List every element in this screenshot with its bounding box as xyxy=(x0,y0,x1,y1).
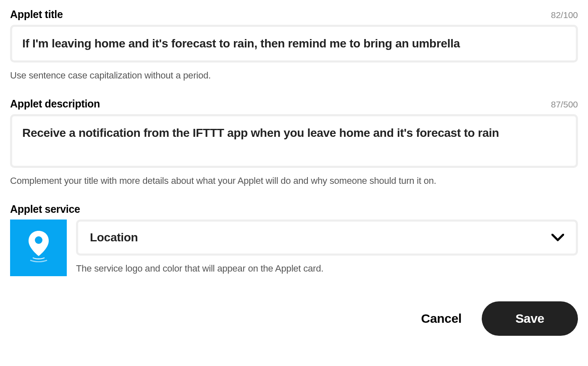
description-label: Applet description xyxy=(10,98,100,110)
title-hint: Use sentence case capitalization without… xyxy=(10,70,578,81)
description-hint: Complement your title with more details … xyxy=(10,175,578,186)
service-row: Location The service logo and color that… xyxy=(10,220,578,276)
button-row: Cancel Save xyxy=(10,301,578,336)
title-counter: 82/100 xyxy=(551,10,578,20)
description-counter: 87/500 xyxy=(551,99,578,110)
chevron-down-icon xyxy=(551,234,564,241)
description-input[interactable] xyxy=(10,114,578,168)
description-label-row: Applet description 87/500 xyxy=(10,98,578,110)
save-button[interactable]: Save xyxy=(482,301,578,336)
title-label-row: Applet title 82/100 xyxy=(10,8,578,21)
applet-description-section: Applet description 87/500 Complement you… xyxy=(10,98,578,186)
applet-service-section: Applet service Location The service logo… xyxy=(10,203,578,276)
service-select[interactable]: Location xyxy=(76,220,578,256)
service-select-value: Location xyxy=(90,231,138,244)
applet-title-section: Applet title 82/100 Use sentence case ca… xyxy=(10,8,578,81)
title-label: Applet title xyxy=(10,8,63,21)
service-hint: The service logo and color that will app… xyxy=(76,263,578,274)
service-icon-box xyxy=(10,220,67,276)
service-label: Applet service xyxy=(10,203,80,215)
cancel-button[interactable]: Cancel xyxy=(421,311,462,326)
service-right-col: Location The service logo and color that… xyxy=(76,220,578,274)
service-label-row: Applet service xyxy=(10,203,578,215)
location-pin-icon xyxy=(26,230,51,266)
title-input[interactable] xyxy=(10,25,578,63)
svg-point-0 xyxy=(35,236,42,244)
